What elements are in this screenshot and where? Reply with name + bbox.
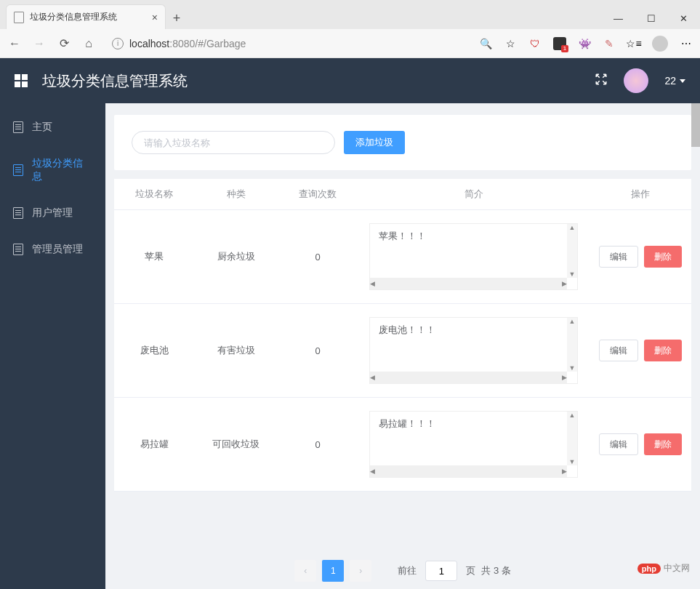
scrollbar-thumb[interactable] [691, 103, 700, 147]
cell-name: 苹果 [114, 241, 194, 272]
cell-op: 编辑 删除 [590, 331, 691, 370]
edit-button[interactable]: 编辑 [599, 433, 638, 455]
page-number-button[interactable]: 1 [322, 560, 344, 582]
garbage-table: 垃圾名称 种类 查询次数 简介 操作 苹果 厨余垃圾 0 苹果！！！ ▲▼ ◀▶ [114, 179, 691, 492]
cell-kind: 有害垃圾 [194, 335, 278, 366]
edit-button[interactable]: 编辑 [599, 246, 638, 268]
document-icon [13, 207, 23, 219]
cell-intro: 易拉罐！！！ ▲▼ ◀▶ [358, 398, 590, 491]
menu-grid-icon[interactable] [15, 74, 28, 87]
sidebar-item-label: 管理员管理 [32, 243, 83, 256]
cell-op: 编辑 删除 [590, 237, 691, 276]
cell-kind: 可回收垃圾 [194, 429, 278, 460]
search-card: 添加垃圾 [114, 115, 691, 170]
sidebar-item-users[interactable]: 用户管理 [0, 195, 105, 231]
th-name: 垃圾名称 [114, 179, 194, 209]
th-kind: 种类 [194, 179, 278, 209]
nav-forward-icon[interactable]: → [32, 37, 47, 50]
pagination: ‹ 1 › 前往 页 共 3 条 [105, 560, 700, 582]
sidebar-item-label: 主页 [32, 121, 52, 134]
sidebar: 主页 垃圾分类信息 用户管理 管理员管理 [0, 103, 105, 589]
window-maximize-button[interactable]: ☐ [635, 7, 667, 29]
add-garbage-button[interactable]: 添加垃圾 [344, 131, 405, 154]
user-menu[interactable]: 22 [664, 75, 685, 87]
edit-button[interactable]: 编辑 [599, 340, 638, 361]
document-icon [13, 244, 23, 255]
delete-button[interactable]: 删除 [644, 433, 682, 455]
watermark-logo: php [637, 564, 661, 574]
browser-address-bar: ← → ⟳ ⌂ i localhost:8080/#/Garbage 🔍 ☆ 🛡… [0, 29, 700, 58]
browser-tab-strip: 垃圾分类信息管理系统 × + — ☐ ✕ [0, 0, 700, 29]
user-badge-text: 22 [664, 75, 676, 87]
textarea-vscroll[interactable]: ▲▼ [567, 412, 577, 465]
url-text: localhost:8080/#/Garbage [129, 38, 246, 49]
watermark-text: 中文网 [664, 562, 690, 574]
extension-badge-icon[interactable] [553, 37, 566, 50]
user-avatar[interactable] [624, 68, 648, 93]
close-tab-icon[interactable]: × [152, 12, 158, 23]
new-tab-button[interactable]: + [166, 7, 188, 29]
goto-page-input[interactable] [425, 561, 457, 581]
chevron-down-icon [680, 79, 685, 83]
th-intro: 简介 [358, 179, 590, 209]
site-info-icon[interactable]: i [112, 38, 124, 49]
sidebar-item-label: 垃圾分类信息 [32, 157, 92, 183]
table-row: 易拉罐 可回收垃圾 0 易拉罐！！！ ▲▼ ◀▶ 编辑 删除 [114, 398, 691, 492]
cell-count: 0 [278, 430, 358, 459]
nav-back-icon[interactable]: ← [7, 37, 22, 50]
total-text: 共 3 条 [481, 564, 510, 577]
nav-refresh-icon[interactable]: ⟳ [57, 36, 71, 50]
more-icon[interactable]: ⋯ [680, 37, 693, 50]
sidebar-item-admins[interactable]: 管理员管理 [0, 231, 105, 268]
document-icon [13, 121, 23, 133]
ublock-icon[interactable]: 🛡 [528, 37, 542, 50]
profile-avatar-icon[interactable] [652, 36, 668, 52]
extension-icon[interactable]: 👾 [578, 37, 591, 50]
textarea-hscroll[interactable]: ◀▶ [370, 278, 567, 289]
cell-op: 编辑 删除 [590, 425, 691, 464]
sidebar-item-home[interactable]: 主页 [0, 109, 105, 145]
table-header: 垃圾名称 种类 查询次数 简介 操作 [114, 179, 691, 210]
delete-button[interactable]: 删除 [644, 340, 682, 361]
textarea-vscroll[interactable]: ▲▼ [567, 318, 577, 372]
sidebar-item-garbage[interactable]: 垃圾分类信息 [0, 145, 105, 195]
favorites-menu-icon[interactable]: ☆≡ [627, 37, 640, 50]
page-prev-button[interactable]: ‹ [294, 560, 316, 582]
url-field[interactable]: i localhost:8080/#/Garbage [106, 38, 469, 49]
extension-icon[interactable]: ✎ [603, 37, 616, 50]
favorite-icon[interactable]: ☆ [504, 37, 517, 50]
document-icon [13, 164, 23, 176]
cell-intro: 苹果！！！ ▲▼ ◀▶ [358, 210, 590, 303]
textarea-hscroll[interactable]: ◀▶ [370, 372, 567, 383]
table-row: 苹果 厨余垃圾 0 苹果！！！ ▲▼ ◀▶ 编辑 删除 [114, 210, 691, 304]
textarea-vscroll[interactable]: ▲▼ [567, 224, 577, 278]
th-count: 查询次数 [278, 179, 358, 209]
cell-kind: 厨余垃圾 [194, 241, 278, 272]
cell-name: 废电池 [114, 335, 194, 366]
window-close-button[interactable]: ✕ [667, 7, 700, 29]
textarea-hscroll[interactable]: ◀▶ [370, 465, 567, 477]
sidebar-item-label: 用户管理 [32, 207, 73, 220]
app-header: 垃圾分类信息管理系统 22 [0, 58, 700, 103]
delete-button[interactable]: 删除 [644, 246, 682, 268]
search-icon[interactable]: 🔍 [479, 37, 492, 50]
cell-count: 0 [278, 337, 358, 365]
watermark: php 中文网 [637, 562, 690, 574]
search-input[interactable] [132, 131, 335, 154]
fullscreen-icon[interactable] [595, 73, 608, 89]
goto-suffix: 页 [466, 564, 475, 577]
nav-home-icon[interactable]: ⌂ [81, 37, 96, 50]
main-content: 添加垃圾 垃圾名称 种类 查询次数 简介 操作 苹果 厨余垃圾 0 苹果！！！ … [105, 103, 700, 589]
table-row: 废电池 有害垃圾 0 废电池！！！ ▲▼ ◀▶ 编辑 删除 [114, 304, 691, 398]
window-minimize-button[interactable]: — [602, 7, 635, 29]
cell-intro: 废电池！！！ ▲▼ ◀▶ [358, 304, 590, 397]
app-title: 垃圾分类信息管理系统 [42, 71, 188, 91]
goto-prefix: 前往 [398, 564, 417, 577]
page-icon [14, 12, 24, 23]
tab-title: 垃圾分类信息管理系统 [30, 11, 146, 23]
cell-name: 易拉罐 [114, 429, 194, 460]
browser-tab[interactable]: 垃圾分类信息管理系统 × [6, 4, 166, 29]
th-op: 操作 [590, 179, 691, 209]
cell-count: 0 [278, 243, 358, 271]
page-next-button[interactable]: › [350, 560, 371, 582]
